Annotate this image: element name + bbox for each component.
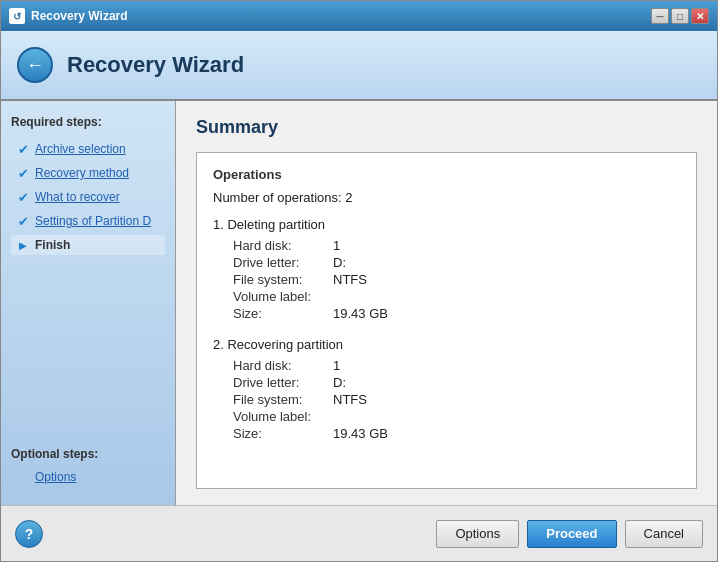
operation-1-block: 1. Deleting partition Hard disk: 1 Drive… bbox=[213, 217, 680, 321]
op2-file-system-value: NTFS bbox=[333, 392, 367, 407]
op2-drive-letter-label: Drive letter: bbox=[233, 375, 333, 390]
op1-size: Size: 19.43 GB bbox=[213, 306, 680, 321]
op2-hard-disk-value: 1 bbox=[333, 358, 340, 373]
op1-volume-label-label: Volume label: bbox=[233, 289, 333, 304]
op2-hard-disk-label: Hard disk: bbox=[233, 358, 333, 373]
op2-volume-label-label: Volume label: bbox=[233, 409, 333, 424]
cancel-button[interactable]: Cancel bbox=[625, 520, 703, 548]
back-button[interactable]: ← bbox=[17, 47, 53, 83]
op1-drive-letter-label: Drive letter: bbox=[233, 255, 333, 270]
archive-selection-link[interactable]: Archive selection bbox=[35, 142, 126, 156]
sidebar-options-link[interactable]: Options bbox=[35, 470, 76, 484]
footer: ? Options Proceed Cancel bbox=[1, 505, 717, 561]
number-of-operations: Number of operations: 2 bbox=[213, 190, 680, 205]
app-icon: ↺ bbox=[9, 8, 25, 24]
op2-size-value: 19.43 GB bbox=[333, 426, 388, 441]
settings-partition-link[interactable]: Settings of Partition D bbox=[35, 214, 151, 228]
step-recovery-method[interactable]: ✔ Recovery method bbox=[11, 163, 165, 183]
op2-hard-disk: Hard disk: 1 bbox=[213, 358, 680, 373]
main-window: ↺ Recovery Wizard ─ □ ✕ ← Recovery Wizar… bbox=[0, 0, 718, 562]
optional-steps-label: Optional steps: bbox=[11, 447, 165, 461]
op1-file-system-label: File system: bbox=[233, 272, 333, 287]
op1-volume-label: Volume label: bbox=[213, 289, 680, 304]
header-bar: ← Recovery Wizard bbox=[1, 31, 717, 101]
op2-title: 2. Recovering partition bbox=[213, 337, 680, 352]
footer-left: ? bbox=[15, 520, 43, 548]
op1-title: 1. Deleting partition bbox=[213, 217, 680, 232]
step-finish: ► Finish bbox=[11, 235, 165, 255]
required-steps-label: Required steps: bbox=[11, 115, 165, 129]
op2-file-system-label: File system: bbox=[233, 392, 333, 407]
recovery-method-link[interactable]: Recovery method bbox=[35, 166, 129, 180]
proceed-button[interactable]: Proceed bbox=[527, 520, 616, 548]
finish-label: Finish bbox=[35, 238, 70, 252]
summary-box: Operations Number of operations: 2 1. De… bbox=[196, 152, 697, 489]
op1-size-label: Size: bbox=[233, 306, 333, 321]
step-what-to-recover[interactable]: ✔ What to recover bbox=[11, 187, 165, 207]
op1-hard-disk-label: Hard disk: bbox=[233, 238, 333, 253]
step-settings-partition-d[interactable]: ✔ Settings of Partition D bbox=[11, 211, 165, 231]
op1-hard-disk: Hard disk: 1 bbox=[213, 238, 680, 253]
op2-size-label: Size: bbox=[233, 426, 333, 441]
window-title: Recovery Wizard bbox=[31, 9, 651, 23]
arrow-icon-finish: ► bbox=[15, 237, 31, 253]
check-icon-archive: ✔ bbox=[15, 141, 31, 157]
check-icon-recovery-method: ✔ bbox=[15, 165, 31, 181]
op1-file-system: File system: NTFS bbox=[213, 272, 680, 287]
close-button[interactable]: ✕ bbox=[691, 8, 709, 24]
op2-drive-letter-value: D: bbox=[333, 375, 346, 390]
op1-drive-letter: Drive letter: D: bbox=[213, 255, 680, 270]
content-area: Required steps: ✔ Archive selection ✔ Re… bbox=[1, 101, 717, 505]
window-controls: ─ □ ✕ bbox=[651, 8, 709, 24]
wizard-title: Recovery Wizard bbox=[67, 52, 244, 78]
options-spacer-icon bbox=[15, 469, 31, 485]
title-bar: ↺ Recovery Wizard ─ □ ✕ bbox=[1, 1, 717, 31]
op1-size-value: 19.43 GB bbox=[333, 306, 388, 321]
main-panel: Summary Operations Number of operations:… bbox=[176, 101, 717, 505]
op2-drive-letter: Drive letter: D: bbox=[213, 375, 680, 390]
sidebar: Required steps: ✔ Archive selection ✔ Re… bbox=[1, 101, 176, 505]
op2-volume-label: Volume label: bbox=[213, 409, 680, 424]
sidebar-options[interactable]: Options bbox=[11, 467, 165, 487]
op2-file-system: File system: NTFS bbox=[213, 392, 680, 407]
options-button[interactable]: Options bbox=[436, 520, 519, 548]
what-to-recover-link[interactable]: What to recover bbox=[35, 190, 120, 204]
help-button[interactable]: ? bbox=[15, 520, 43, 548]
footer-right: Options Proceed Cancel bbox=[436, 520, 703, 548]
op1-hard-disk-value: 1 bbox=[333, 238, 340, 253]
summary-title: Summary bbox=[196, 117, 697, 138]
restore-button[interactable]: □ bbox=[671, 8, 689, 24]
operations-label: Operations bbox=[213, 167, 680, 182]
check-icon-what-to-recover: ✔ bbox=[15, 189, 31, 205]
check-icon-settings: ✔ bbox=[15, 213, 31, 229]
operation-2-block: 2. Recovering partition Hard disk: 1 Dri… bbox=[213, 337, 680, 441]
op2-size: Size: 19.43 GB bbox=[213, 426, 680, 441]
step-archive-selection[interactable]: ✔ Archive selection bbox=[11, 139, 165, 159]
minimize-button[interactable]: ─ bbox=[651, 8, 669, 24]
op1-file-system-value: NTFS bbox=[333, 272, 367, 287]
op1-drive-letter-value: D: bbox=[333, 255, 346, 270]
